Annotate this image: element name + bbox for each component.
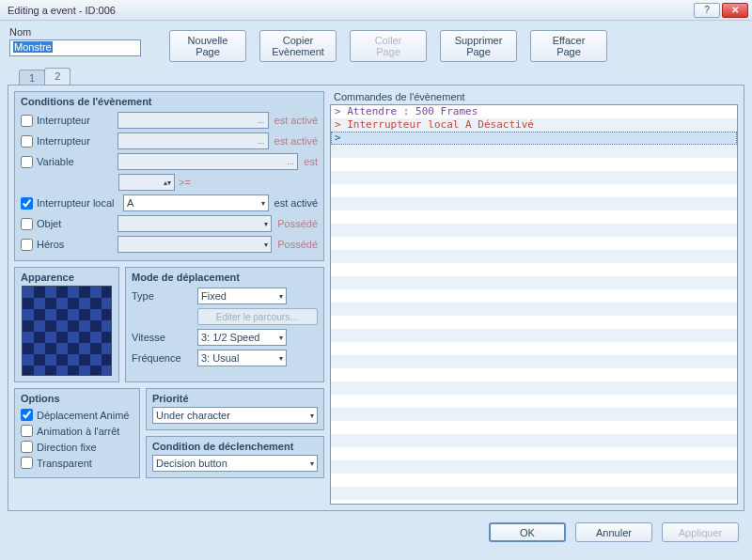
command-line[interactable]: [331, 421, 737, 434]
localsw-combo[interactable]: A▾: [123, 194, 269, 211]
command-line[interactable]: [331, 487, 737, 500]
switch1-combo[interactable]: …: [118, 112, 269, 129]
opt-moveanim-check[interactable]: [21, 409, 33, 421]
item-check[interactable]: [21, 218, 33, 230]
opt-dirfix-check[interactable]: [21, 441, 33, 453]
variable-check[interactable]: [21, 156, 33, 168]
hero-label: Héros: [37, 239, 118, 250]
switch1-suffix: est activé: [274, 115, 318, 126]
hero-suffix: Possédé: [277, 239, 318, 250]
command-line[interactable]: [331, 250, 737, 263]
name-label: Nom: [9, 26, 169, 38]
variable-label: Variable: [37, 156, 118, 167]
hero-check[interactable]: [21, 239, 33, 251]
command-line[interactable]: > Attendre : 500 Frames: [331, 105, 737, 118]
svg-rect-3: [23, 287, 111, 375]
variable-combo[interactable]: …: [118, 153, 298, 170]
movement-group: Mode de déplacement Type Fixed▾ Editer l…: [125, 267, 324, 382]
clear-page-button[interactable]: Effacer Page: [530, 30, 607, 62]
command-line[interactable]: [331, 316, 737, 329]
hero-combo[interactable]: ▾: [118, 236, 272, 253]
ok-button[interactable]: OK: [489, 522, 566, 542]
command-line[interactable]: [331, 145, 737, 158]
command-line[interactable]: >: [331, 132, 737, 145]
command-line[interactable]: [331, 395, 737, 408]
priority-title: Priorité: [152, 393, 318, 404]
item-label: Objet: [37, 218, 118, 229]
command-line[interactable]: [331, 460, 737, 474]
command-line[interactable]: [331, 237, 737, 250]
command-line[interactable]: [331, 474, 737, 487]
switch2-combo[interactable]: …: [118, 132, 269, 149]
command-line[interactable]: [331, 368, 737, 381]
move-speed-combo[interactable]: 3: 1/2 Speed▾: [197, 329, 287, 346]
command-line[interactable]: [331, 447, 737, 460]
move-freq-label: Fréquence: [132, 352, 197, 364]
appearance-group: Apparence: [14, 267, 119, 382]
command-line[interactable]: [331, 197, 737, 210]
delete-page-button[interactable]: Supprimer Page: [440, 30, 517, 62]
command-line[interactable]: [331, 263, 737, 276]
command-line[interactable]: [331, 381, 737, 395]
variable-cmp: >=: [179, 177, 191, 188]
move-speed-label: Vitesse: [132, 332, 197, 343]
edit-route-button[interactable]: Editer le parcours…: [197, 308, 318, 325]
window-title: Editing a event - ID:006: [8, 5, 694, 16]
switch2-check[interactable]: [21, 135, 33, 148]
priority-group: Priorité Under character▾: [146, 388, 324, 430]
copy-event-button[interactable]: Copier Evènement: [259, 30, 337, 62]
switch2-suffix: est activé: [274, 135, 318, 147]
command-line[interactable]: [331, 276, 737, 289]
command-line[interactable]: [331, 210, 737, 224]
command-line[interactable]: [331, 434, 737, 447]
variable-suffix: est: [304, 156, 318, 167]
close-button[interactable]: ✕: [722, 3, 748, 18]
move-freq-combo[interactable]: 3: Usual▾: [197, 350, 287, 366]
move-type-combo[interactable]: Fixed▾: [197, 288, 287, 304]
command-line[interactable]: [331, 303, 737, 316]
command-line[interactable]: [331, 342, 737, 355]
command-line[interactable]: [331, 224, 737, 237]
priority-combo[interactable]: Under character▾: [152, 407, 318, 424]
switch1-check[interactable]: [21, 115, 33, 127]
apply-button[interactable]: Appliquer: [662, 522, 739, 542]
help-button[interactable]: ?: [694, 3, 720, 18]
opt-dirfix-label: Direction fixe: [37, 442, 97, 453]
conditions-group: Conditions de l'évènement Interrupteur ……: [14, 91, 324, 261]
localsw-check[interactable]: [21, 197, 33, 210]
switch2-label: Interrupteur: [37, 135, 118, 147]
commands-list[interactable]: > Attendre : 500 Frames> Interrupteur lo…: [330, 104, 738, 505]
appearance-image[interactable]: [22, 286, 112, 376]
command-line[interactable]: [331, 408, 737, 421]
command-line[interactable]: [331, 171, 737, 184]
paste-page-button[interactable]: Coller Page: [350, 30, 427, 62]
cancel-button[interactable]: Annuler: [575, 522, 652, 542]
trigger-title: Condition de déclenchement: [152, 441, 318, 452]
command-line[interactable]: [331, 355, 737, 368]
options-group: Options Déplacement Animé Animation à l'…: [14, 388, 140, 478]
command-line[interactable]: > Interrupteur local A Désactivé: [331, 118, 737, 132]
tab-1[interactable]: 1: [19, 70, 45, 85]
commands-title: Commandes de l'évènement: [334, 91, 738, 102]
conditions-title: Conditions de l'évènement: [21, 96, 318, 107]
trigger-group: Condition de déclenchement Decision butt…: [146, 436, 324, 478]
command-line[interactable]: [331, 158, 737, 171]
command-line[interactable]: [331, 329, 737, 342]
move-type-label: Type: [132, 290, 197, 302]
opt-transparent-check[interactable]: [21, 457, 33, 469]
opt-stopanim-check[interactable]: [21, 425, 33, 437]
command-line[interactable]: [331, 289, 737, 303]
switch1-label: Interrupteur: [37, 115, 118, 126]
title-bar: Editing a event - ID:006 ? ✕: [0, 0, 752, 21]
new-page-button[interactable]: Nouvelle Page: [169, 30, 246, 62]
movement-title: Mode de déplacement: [132, 272, 318, 283]
item-suffix: Possédé: [277, 218, 318, 229]
item-combo[interactable]: ▾: [118, 215, 272, 232]
tab-2[interactable]: 2: [44, 68, 70, 85]
variable-num[interactable]: ▴▾: [118, 174, 175, 191]
trigger-combo[interactable]: Decision button▾: [152, 455, 318, 472]
opt-moveanim-label: Déplacement Animé: [37, 410, 129, 421]
command-line[interactable]: [331, 184, 737, 197]
page-tabs: 1 2: [0, 68, 752, 85]
name-input[interactable]: Monstre: [9, 39, 141, 56]
